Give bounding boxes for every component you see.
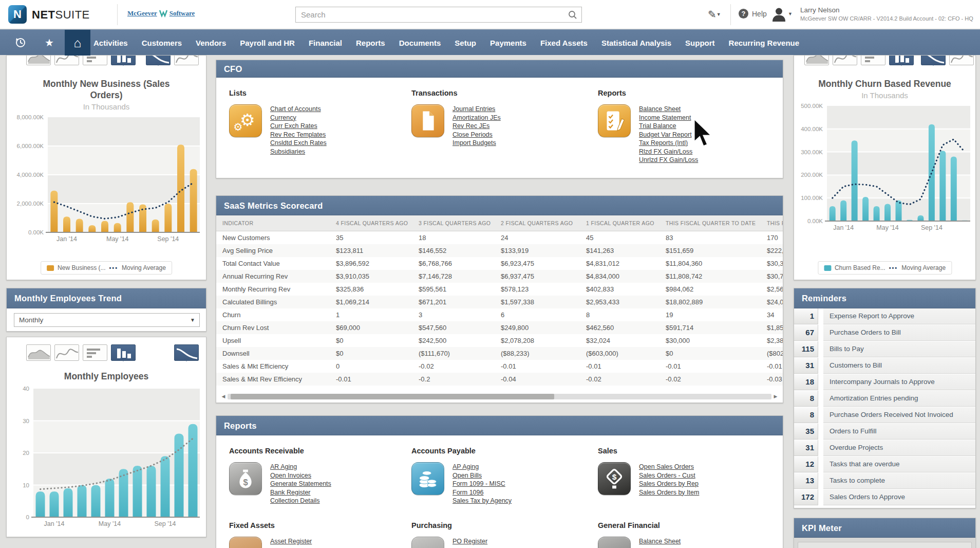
hub-link-open-bills[interactable]: Open Bills	[453, 471, 512, 480]
reminder-row[interactable]: 172Sales Orders to Approve	[794, 489, 975, 505]
hub-link-rev-rec-templates[interactable]: Rev Rec Templates	[270, 131, 327, 139]
reminder-row[interactable]: 31Customers to Bill	[794, 358, 975, 374]
line-chart-icon[interactable]	[54, 55, 79, 65]
area-chart-icon[interactable]	[26, 344, 51, 361]
svg-text:0: 0	[26, 514, 29, 520]
nav-item-reports[interactable]: Reports	[356, 39, 385, 47]
mouse-cursor	[692, 117, 722, 150]
hub-link-close-periods[interactable]: Close Periods	[453, 131, 501, 139]
table-cell: $4,834,000	[580, 270, 659, 283]
table-cell: ($111,670)	[412, 347, 495, 360]
reminder-row[interactable]: 1Expense Report to Approve	[794, 308, 975, 324]
scrollbar-thumb[interactable]	[231, 394, 554, 399]
home-icon[interactable]: ⌂	[65, 30, 90, 56]
scroll-right-icon[interactable]: ▶	[772, 393, 779, 400]
user-menu[interactable]: ▼	[772, 7, 793, 22]
hub-link-balance-sheet[interactable]: Balance Sheet	[639, 537, 681, 546]
nav-item-documents[interactable]: Documents	[399, 39, 441, 47]
hub-link-po-register[interactable]: PO Register	[453, 537, 487, 546]
search-input[interactable]	[296, 7, 581, 22]
trend-chart-icon[interactable]	[146, 55, 171, 65]
reminder-row[interactable]: 31Overdue Projects	[794, 440, 975, 456]
trend-chart-icon[interactable]	[921, 55, 946, 65]
hub-link-ap-aging[interactable]: AP Aging	[453, 463, 512, 471]
vbar-chart-icon[interactable]	[111, 344, 136, 361]
vbar-chart-icon[interactable]	[889, 55, 914, 65]
reminder-row[interactable]: 8Amortization Entries pending	[794, 391, 975, 407]
nav-item-financial[interactable]: Financial	[309, 39, 342, 47]
search-icon[interactable]	[568, 10, 577, 20]
scroll-left-icon[interactable]: ◀	[220, 393, 227, 400]
reminder-row[interactable]: 115Bills to Pay	[794, 341, 975, 357]
nav-item-support[interactable]: Support	[685, 39, 715, 47]
period-select[interactable]: Monthly ▼	[14, 313, 200, 327]
hub-link-unrlzd-fx-gain-loss[interactable]: Unrlzd FX Gain/Loss	[639, 156, 698, 165]
hub-link-currency[interactable]: Currency	[270, 114, 327, 122]
hub-link-ar-aging[interactable]: AR Aging	[270, 463, 331, 471]
reminder-row[interactable]: 18Intercompany Journals to Approve	[794, 374, 975, 390]
hub-link-trial-balance[interactable]: Trial Balance	[639, 122, 698, 131]
recent-records-icon[interactable]	[7, 30, 34, 56]
hub-link-bank-register[interactable]: Bank Register	[270, 488, 331, 497]
hub-link-budget-var-report[interactable]: Budget Var Report	[639, 131, 698, 139]
hub-link-rev-rec-jes[interactable]: Rev Rec JEs	[453, 122, 501, 131]
reminder-row[interactable]: 67Purchase Orders to Bill	[794, 325, 975, 341]
hub-link-chart-of-accounts[interactable]: Chart of Accounts	[270, 105, 327, 114]
hub-link-balance-sheet[interactable]: Balance Sheet	[639, 105, 698, 114]
hub-link-import-budgets[interactable]: Import Budgets	[453, 139, 501, 148]
reminder-row[interactable]: 8Purchase Orders Received Not Invoiced	[794, 407, 975, 423]
nav-item-recurring-revenue[interactable]: Recurring Revenue	[729, 39, 800, 47]
hub-link-sales-orders-by-rep[interactable]: Sales Orders by Rep	[639, 480, 699, 488]
hub-link-subsidiaries[interactable]: Subsidiaries	[270, 148, 327, 156]
reminder-row[interactable]: 12Tasks that are overdue	[794, 456, 975, 472]
hbar-chart-icon[interactable]	[83, 55, 107, 65]
line-chart-icon[interactable]	[833, 55, 857, 65]
table-cell: 19	[659, 308, 761, 321]
nav-item-vendors[interactable]: Vendors	[196, 39, 226, 47]
hub-link-journal-entries[interactable]: Journal Entries	[453, 105, 501, 114]
line-chart-icon[interactable]	[174, 55, 199, 65]
trend-chart-icon[interactable]	[174, 344, 199, 361]
hbar-chart-icon[interactable]	[861, 55, 885, 65]
hub-link-cnsldtd-exch-rates[interactable]: Cnsldtd Exch Rates	[270, 139, 327, 148]
line-chart-icon[interactable]	[949, 55, 974, 65]
nav-item-fixed-assets[interactable]: Fixed Assets	[540, 39, 588, 47]
user-account: McGeever SW OW CR/ARR - V2014.2 Build Ac…	[800, 15, 973, 22]
area-chart-icon[interactable]	[26, 55, 51, 65]
hub-link-curr-exch-rates[interactable]: Curr Exch Rates	[270, 122, 327, 131]
reminder-row[interactable]: 13Tasks to complete	[794, 473, 975, 489]
hub-link-rlzd-fx-gain-loss[interactable]: Rlzd FX Gain/Loss	[639, 148, 698, 156]
hub-link-form-1096[interactable]: Form 1096	[453, 488, 512, 497]
nav-item-payments[interactable]: Payments	[490, 39, 526, 47]
create-new-icon[interactable]: ✎▼	[708, 8, 721, 21]
hub-link-sales-orders-cust[interactable]: Sales Orders - Cust	[639, 471, 699, 480]
svg-text:Sep '14: Sep '14	[154, 520, 176, 527]
hub-link-open-invoices[interactable]: Open Invoices	[270, 471, 331, 480]
hub-link-collection-details[interactable]: Collection Details	[270, 497, 331, 505]
nav-item-customers[interactable]: Customers	[142, 39, 182, 47]
nav-item-payroll-and-hr[interactable]: Payroll and HR	[240, 39, 295, 47]
hub-link-asset-register[interactable]: Asset Register	[270, 537, 312, 546]
table-cell: $30,7	[761, 270, 783, 283]
hub-link-amortization-jes[interactable]: Amortization JEs	[453, 114, 501, 122]
hub-link-income-statement[interactable]: Income Statement	[639, 114, 698, 122]
area-chart-icon[interactable]	[804, 55, 829, 65]
nav-item-statistical-analysis[interactable]: Statistical Analysis	[601, 39, 671, 47]
hub-link-sales-orders-by-item[interactable]: Sales Orders by Item	[639, 488, 699, 497]
table-cell: $69,000	[330, 321, 412, 334]
user-info: Larry Nelson McGeever SW OW CR/ARR - V20…	[800, 6, 973, 22]
hub-link-form-1099-misc[interactable]: Form 1099 - MISC	[453, 480, 512, 488]
hub-link-sales-tax-by-agency[interactable]: Sales Tax by Agency	[453, 497, 512, 505]
vbar-chart-icon[interactable]	[111, 55, 136, 65]
nav-item-setup[interactable]: Setup	[455, 39, 476, 47]
reminder-row[interactable]: 35Orders to Fulfill	[794, 424, 975, 440]
hub-link-generate-statements[interactable]: Generate Statements	[270, 480, 331, 488]
nav-item-activities[interactable]: Activities	[93, 39, 128, 47]
hub-link-open-sales-orders[interactable]: Open Sales Orders	[639, 463, 699, 471]
table-scrollbar[interactable]: ◀ ▶	[220, 393, 779, 400]
line-chart-icon[interactable]	[54, 344, 79, 361]
help-button[interactable]: ? Help	[739, 9, 767, 19]
hub-link-tax-reports-intl-[interactable]: Tax Reports (Intl)	[639, 139, 698, 148]
hbar-chart-icon[interactable]	[83, 344, 107, 361]
shortcuts-star-icon[interactable]: ★	[36, 30, 63, 56]
